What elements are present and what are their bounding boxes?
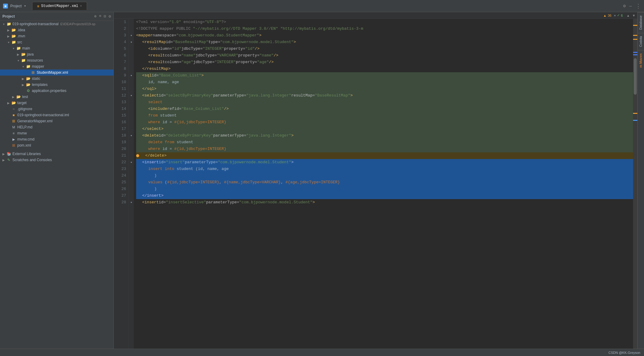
line-num-18: 18: [116, 132, 126, 139]
tree-item-test[interactable]: ▶ 📂 test: [0, 94, 113, 100]
scroll-thumb[interactable]: [634, 58, 637, 95]
folder-icon-idea: 📂: [11, 28, 16, 32]
code-line-24: ): [136, 172, 633, 179]
code-line-4: <resultMap id="BaseResultMap" type="com.…: [136, 39, 633, 46]
tree-label-pom: pom.xml: [16, 143, 31, 147]
folder-icon-test: 📂: [16, 94, 21, 99]
tree-item-gitignore[interactable]: ▶ ≈ .gitignore: [0, 106, 113, 112]
tree-item-target[interactable]: ▶ 📂 target: [0, 100, 113, 106]
line-num-19: 19: [116, 139, 126, 146]
sidebar-action-1[interactable]: ⊕: [94, 14, 97, 19]
right-tab-database[interactable]: Database: [638, 12, 644, 33]
code-line-11: </sql>: [136, 86, 633, 92]
tab-close-button[interactable]: ×: [80, 5, 82, 8]
xmldecl-2: <!DOCTYPE mapper PUBLIC "-//mybatis.org/…: [136, 25, 363, 32]
line-num-13: 13: [116, 99, 126, 106]
tree-item-application[interactable]: ▶ ⚙ application.properties: [0, 88, 113, 94]
tree-item-studentmapper[interactable]: ⊞ StudentMapper.xml: [0, 70, 113, 76]
fold-4[interactable]: ▾: [129, 39, 134, 46]
cmd-icon: ▶: [11, 137, 16, 142]
fold-10: [129, 79, 134, 86]
folder-icon-main: 📁: [16, 46, 21, 51]
arrow-up-icon[interactable]: ▲: [626, 14, 630, 17]
code-area[interactable]: <?xml version="1.0" encoding="UTF-8"?> <…: [134, 19, 633, 349]
fold-18[interactable]: ▾: [129, 132, 134, 139]
tree-item-external-libs[interactable]: ▶ 📚 External Libraries: [0, 151, 113, 157]
line-num-1: 1: [116, 19, 126, 25]
sidebar-action-2[interactable]: ≡: [99, 14, 102, 19]
warning-dot-21: [136, 154, 139, 157]
fold-1: [129, 19, 134, 25]
tree-item-static[interactable]: ▶ 📂 static: [0, 76, 113, 82]
tree-label-templates: templates: [31, 83, 48, 87]
tree-item-resources[interactable]: ▾ 📁 resources: [0, 57, 113, 63]
rs-info-2: [633, 54, 637, 55]
tree-item-mapper-folder[interactable]: ▾ 📁 mapper: [0, 63, 113, 70]
arrow-down-icon[interactable]: ▼: [632, 14, 636, 17]
tree-item-root[interactable]: ▾ 📁 019-springboot-transactional E\IDEA\…: [0, 21, 113, 27]
folder-icon-java: 📂: [21, 52, 26, 57]
right-scrollbar[interactable]: [633, 19, 637, 349]
tree-item-scratches[interactable]: ▶ ✎ Scratches and Consoles: [0, 157, 113, 163]
more-icon[interactable]: ⋮: [636, 3, 641, 9]
tree-item-mvnw[interactable]: ▶ ≡ mvnw: [0, 130, 113, 136]
tree-item-src[interactable]: ▾ 📁 src: [0, 39, 113, 45]
tree-item-idea[interactable]: ▶ 📂 .idea: [0, 27, 113, 33]
fold-22[interactable]: ▾: [129, 159, 134, 166]
tree-arrow-static: ▶: [21, 77, 25, 80]
sidebar-action-3[interactable]: ⊟: [104, 14, 106, 19]
tab-studentmapper[interactable]: ⊞ StudentMapper.xml ×: [32, 2, 87, 10]
tree-label-iml: 019-springboot-transactional.iml: [16, 113, 69, 117]
fold-15: [129, 112, 134, 119]
code-line-9: <sql id="Base_Column_List">: [136, 72, 633, 79]
tree-arrow-main: ▾: [11, 47, 16, 50]
tree-label-mvnw: mvnw: [16, 131, 27, 135]
tree-item-pom[interactable]: ▶ ⊞ pom.xml: [0, 142, 113, 148]
fold-gutter: ▾ ▾ ▾ ▾ ▾ ▾: [129, 19, 134, 349]
rs-info-3: [633, 120, 637, 121]
lib-icon: 📚: [6, 151, 12, 156]
line-num-11: 11: [116, 86, 126, 92]
line-num-4: 4: [116, 39, 126, 46]
tree-item-help[interactable]: ▶ M HELP.md: [0, 124, 113, 130]
tree-arrow-java: ▶: [16, 53, 21, 56]
folder-icon-static: 📂: [25, 76, 31, 81]
tree-item-mvn[interactable]: ▶ 📂 .mvn: [0, 33, 113, 39]
line-num-7: 7: [116, 59, 126, 66]
rs-warn-3: [633, 39, 637, 40]
code-line-2: <!DOCTYPE mapper PUBLIC "-//mybatis.org/…: [136, 25, 633, 32]
tree-label-studentmapper: StudentMapper.xml: [36, 70, 68, 75]
sidebar-action-4[interactable]: ⚙: [109, 14, 111, 19]
right-tab-codota[interactable]: Codota: [638, 33, 644, 50]
tree-item-mvnwcmd[interactable]: ▶ ▶ mvnw.cmd: [0, 136, 113, 142]
code-line-17: </select>: [136, 126, 633, 132]
tree-item-templates[interactable]: ▶ 📂 templates: [0, 82, 113, 88]
rs-warn-4: [633, 113, 637, 114]
minimize-icon[interactable]: —: [629, 4, 632, 8]
iml-icon: ■: [11, 113, 16, 117]
settings-icon[interactable]: ⚙: [623, 3, 626, 8]
pom-icon: ⊞: [11, 143, 16, 148]
fold-3[interactable]: ▾: [129, 32, 134, 39]
fold-9[interactable]: ▾: [129, 72, 134, 79]
sidebar-title: Project: [2, 14, 15, 19]
warning-separator: ×: [614, 14, 616, 17]
tree-item-java[interactable]: ▶ 📂 java: [0, 51, 113, 57]
tree-item-iml[interactable]: ▶ ■ 019-springboot-transactional.iml: [0, 112, 113, 118]
editor-top-bar: ▲ 36 × ✓ 6 ▲ ▼: [114, 12, 637, 19]
tree-item-generatormapper[interactable]: ▶ ⊞ GeneratorMapper.xml: [0, 118, 113, 124]
right-tab-maven[interactable]: m Maven: [638, 50, 644, 71]
line-num-21: 21: [116, 152, 126, 159]
folder-icon-mvn: 📂: [11, 34, 16, 39]
tree-arrow-src: ▾: [6, 41, 11, 44]
tree-item-main[interactable]: ▾ 📁 main: [0, 45, 113, 51]
project-dropdown-icon[interactable]: ▾: [24, 4, 26, 8]
tree-label-external-libs: External Libraries: [12, 152, 41, 156]
tree-arrow-root: ▾: [1, 22, 6, 26]
gitignore-icon: ≈: [11, 107, 16, 111]
fold-12[interactable]: ▾: [129, 92, 134, 99]
code-line-22: <insert id="insert" parameterType="com.b…: [136, 159, 633, 166]
project-label[interactable]: Project: [10, 4, 22, 8]
tree-label-static: static: [31, 76, 40, 81]
fold-28[interactable]: ▾: [129, 199, 134, 206]
